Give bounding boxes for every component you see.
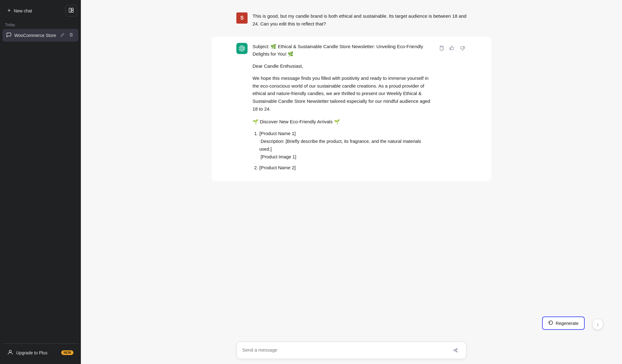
thumbs-up-button[interactable] <box>448 44 456 52</box>
svg-rect-5 <box>450 48 451 50</box>
chat-history-item[interactable]: WooCommerce Store <box>2 29 78 42</box>
product-item-1: [Product Name 1] Description: [Briefly d… <box>259 130 432 161</box>
sidebar-footer: Upgrade to Plus NEW <box>2 344 78 362</box>
scroll-down-icon: ↓ <box>596 321 599 327</box>
user-message-row: S This is good, but my candle brand is b… <box>211 6 491 34</box>
chat-area: S This is good, but my candle brand is b… <box>81 0 622 364</box>
regenerate-button[interactable]: Regenerate <box>542 316 585 330</box>
input-container <box>236 342 466 359</box>
message-actions <box>437 43 466 175</box>
new-badge: NEW <box>61 350 73 355</box>
email-greeting: Dear Candle Enthusiast, <box>253 62 432 70</box>
upgrade-button[interactable]: Upgrade to Plus NEW <box>4 346 77 359</box>
edit-chat-button[interactable] <box>59 32 66 39</box>
scroll-down-button[interactable]: ↓ <box>592 319 603 330</box>
top-bar: + New chat <box>2 2 78 19</box>
product-2-name: [Product Name 2] <box>259 165 296 170</box>
copy-button[interactable] <box>437 44 445 52</box>
products-list: [Product Name 1] Description: [Briefly d… <box>253 130 432 171</box>
email-subject: Subject: 🌿 Ethical & Sustainable Candle … <box>253 43 432 58</box>
assistant-message-content: Subject: 🌿 Ethical & Sustainable Candle … <box>253 43 432 175</box>
upgrade-btn-left: Upgrade to Plus <box>7 349 47 356</box>
chat-bubble-icon <box>6 32 11 38</box>
assistant-avatar <box>236 43 248 54</box>
email-body: We hope this message finds you filled wi… <box>253 75 432 113</box>
plus-icon: + <box>7 7 11 14</box>
new-chat-button[interactable]: + New chat <box>4 4 63 17</box>
product-1-image: [Product Image 1] <box>259 154 296 159</box>
delete-chat-button[interactable] <box>68 32 75 39</box>
send-button[interactable] <box>450 346 461 354</box>
assistant-message-row: Subject: 🌿 Ethical & Sustainable Candle … <box>211 37 491 181</box>
main-content: S This is good, but my candle brand is b… <box>81 0 622 364</box>
new-chat-label: New chat <box>14 8 32 13</box>
thumbs-down-button[interactable] <box>458 44 466 52</box>
layout-icon <box>69 8 74 14</box>
eco-arrivals-header: 🌱 Discover New Eco-Friendly Arrivals 🌱 <box>253 118 432 126</box>
svg-rect-0 <box>69 8 71 12</box>
chat-item-actions <box>59 32 75 39</box>
svg-rect-2 <box>72 11 73 12</box>
today-label: Today <box>2 21 78 29</box>
chat-item-label: WooCommerce Store <box>14 33 56 38</box>
svg-point-3 <box>9 350 12 353</box>
regenerate-icon <box>548 320 553 326</box>
product-1-description: Description: [Briefly describe the produ… <box>259 139 421 152</box>
product-item-2: [Product Name 2] <box>259 164 432 172</box>
layout-toggle-button[interactable] <box>65 5 77 16</box>
sidebar: + New chat Today WooCommerce Store <box>0 0 81 364</box>
message-input[interactable] <box>242 347 450 354</box>
svg-rect-1 <box>72 8 73 10</box>
user-icon <box>7 349 13 356</box>
svg-rect-4 <box>440 47 443 50</box>
upgrade-label: Upgrade to Plus <box>16 350 47 355</box>
chat-item-left: WooCommerce Store <box>6 32 56 38</box>
svg-rect-6 <box>464 47 465 48</box>
bottom-bar <box>81 337 622 364</box>
user-avatar: S <box>236 12 248 24</box>
regenerate-label: Regenerate <box>556 321 578 326</box>
user-message-content: This is good, but my candle brand is bot… <box>253 12 466 28</box>
product-1-name: [Product Name 1] <box>259 131 296 136</box>
user-message-text: This is good, but my candle brand is bot… <box>253 12 466 28</box>
